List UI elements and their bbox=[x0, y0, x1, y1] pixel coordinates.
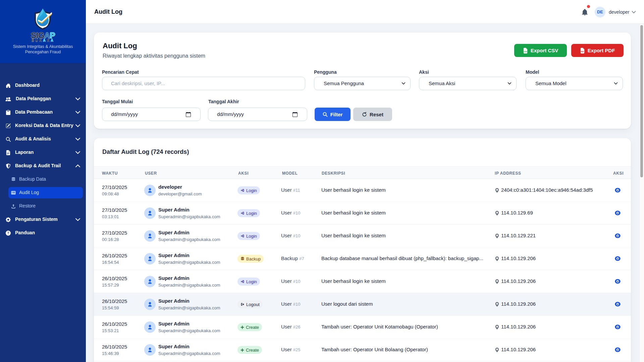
svg-text:CSV: CSV bbox=[524, 51, 527, 53]
svg-text:PDF: PDF bbox=[581, 51, 584, 53]
